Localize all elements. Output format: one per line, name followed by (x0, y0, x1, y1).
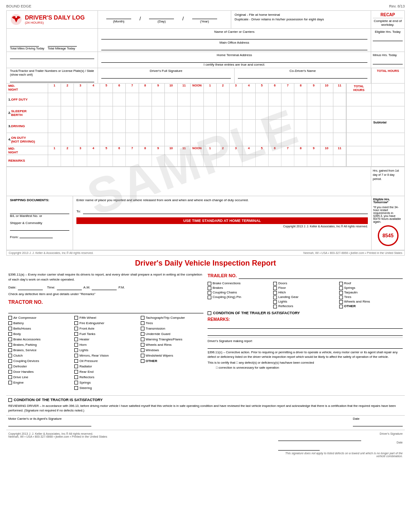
certify-input[interactable] (10, 53, 94, 59)
lights-trailer-checkbox[interactable] (273, 300, 277, 304)
tachograph-checkbox[interactable] (141, 316, 144, 320)
coupling-checkbox[interactable] (8, 359, 12, 363)
drive-line-checkbox[interactable] (8, 375, 12, 379)
shipping-right: Eligible Hrs. Tomorrow* *If you meet the… (371, 196, 404, 250)
defroster-checkbox[interactable] (8, 365, 12, 368)
other-trailer-checkbox[interactable] (339, 305, 343, 308)
front-axle-checkbox[interactable] (74, 327, 78, 330)
underride-checkbox[interactable] (141, 332, 144, 336)
eligible-hrs-input[interactable] (373, 35, 403, 41)
doors-checkbox[interactable] (273, 282, 277, 286)
landing-gear-checkbox[interactable] (273, 296, 277, 299)
title-block: DRIVER'S DAILY LOG (24 HOURS) (25, 15, 85, 25)
radiator-checkbox[interactable] (74, 365, 78, 368)
remarks-line-2[interactable] (208, 330, 403, 336)
trailer-no-label: TRAILER NO. (208, 273, 237, 278)
wheels-rims-trailer-checkbox[interactable] (339, 300, 343, 304)
heater-checkbox[interactable] (74, 337, 78, 341)
fuel-tanks-checkbox[interactable] (74, 332, 78, 336)
bl-label: B/L or Manifest No. or (10, 214, 69, 218)
enter-name-text: Enter name of place you reported and whe… (76, 198, 368, 202)
rear-end-checkbox[interactable] (74, 370, 78, 374)
correction-unnecessary: □ correction is unnecessary for safe ope… (208, 366, 403, 369)
carrier-date-input[interactable] (353, 421, 403, 426)
remarks-line-1[interactable] (208, 323, 403, 329)
transmission-checkbox[interactable] (141, 327, 144, 330)
trailer-no-input[interactable] (239, 272, 403, 279)
hitch-checkbox[interactable] (273, 291, 277, 295)
minus-hrs-input[interactable] (373, 59, 403, 64)
tractor-no-input[interactable] (8, 308, 203, 313)
sig-making-report-input[interactable] (208, 343, 403, 349)
tractor-condition-checkbox[interactable] (8, 398, 12, 402)
fire-ext-checkbox[interactable] (74, 321, 78, 325)
date-footer-input[interactable] (278, 445, 320, 451)
door-handles-checkbox[interactable] (8, 370, 12, 374)
air-compressor-checkbox[interactable] (8, 316, 12, 320)
to-input[interactable] (83, 208, 368, 214)
date-input[interactable] (18, 284, 43, 290)
sleeper-total (346, 106, 371, 119)
battery-checkbox[interactable] (8, 321, 12, 325)
mirrors-checkbox[interactable] (74, 354, 78, 357)
tarpaulin-checkbox[interactable] (339, 291, 343, 295)
coupling-chains-checkbox[interactable] (208, 291, 211, 295)
horn-checkbox[interactable] (74, 343, 78, 347)
mileage-today-input[interactable] (48, 41, 77, 47)
driver-sig-input[interactable] (101, 73, 231, 79)
oil-pressure-checkbox[interactable] (74, 359, 78, 363)
certify-block (7, 52, 98, 68)
trailer-col3: Roof Springs Tarpaulin Tires (339, 281, 403, 309)
windows-checkbox[interactable] (141, 348, 144, 352)
check-clutch: Clutch (8, 353, 71, 358)
warning-checkbox[interactable] (141, 337, 144, 341)
springs-trailer-checkbox[interactable] (339, 286, 343, 290)
shipper-input[interactable] (10, 225, 69, 231)
belts-checkbox[interactable] (8, 327, 12, 330)
trailer-condition-checkbox[interactable] (208, 311, 211, 315)
from-input[interactable] (20, 232, 53, 238)
main-office-input[interactable] (101, 44, 367, 50)
coupling-king-checkbox[interactable] (208, 296, 211, 299)
truck-input[interactable] (10, 76, 94, 82)
check-front-axle: Front Axle (74, 326, 137, 331)
driver-sig-footer-input[interactable] (278, 435, 361, 441)
miles-driving-input[interactable] (10, 41, 39, 47)
floor-checkbox[interactable] (273, 286, 277, 290)
brakes-trailer-checkbox[interactable] (208, 286, 211, 290)
clutch-checkbox[interactable] (8, 354, 12, 357)
wheels-rims-checkbox[interactable] (141, 343, 144, 347)
hour-4pm: 4 (242, 84, 255, 93)
brakes-service-checkbox[interactable] (8, 348, 12, 352)
reflectors-checkbox[interactable] (74, 375, 78, 379)
engine-checkbox[interactable] (8, 381, 12, 384)
reflectors-trailer-checkbox[interactable] (273, 305, 277, 308)
daily-log-section: DRIVER'S DAILY LOG (24 HOURS) (Month) / … (6, 10, 405, 256)
pm-input[interactable] (92, 284, 117, 290)
year-input-line[interactable] (192, 12, 217, 19)
other-tractor-checkbox[interactable] (141, 359, 144, 363)
tires-checkbox[interactable] (141, 321, 144, 325)
brake-acc-checkbox[interactable] (8, 337, 12, 341)
steering-checkbox[interactable] (74, 386, 78, 390)
check-coupling: Coupling Devices (8, 359, 71, 364)
motor-carrier-sig-input[interactable] (8, 421, 91, 426)
tires-trailer-checkbox[interactable] (339, 296, 343, 299)
co-driver-input[interactable] (238, 73, 367, 79)
home-terminal-input[interactable] (101, 57, 367, 63)
carrier-name-input[interactable] (101, 34, 367, 39)
brakes-parking-checkbox[interactable] (8, 343, 12, 347)
month-input-line[interactable] (106, 12, 131, 19)
brake-conn-checkbox[interactable] (208, 282, 211, 286)
time-input[interactable] (57, 284, 82, 290)
lights-checkbox[interactable] (74, 348, 78, 352)
body-checkbox[interactable] (8, 332, 12, 336)
fifth-wheel-checkbox[interactable] (74, 316, 78, 320)
windshield-checkbox[interactable] (141, 354, 144, 357)
day-input-line[interactable] (149, 12, 174, 19)
dvir-footer-right: Driver's Signature Date This signature d… (278, 432, 403, 458)
check-springs: Springs (74, 380, 137, 385)
roof-checkbox[interactable] (339, 282, 343, 286)
bl-input[interactable] (10, 208, 69, 214)
springs-checkbox[interactable] (74, 381, 78, 384)
